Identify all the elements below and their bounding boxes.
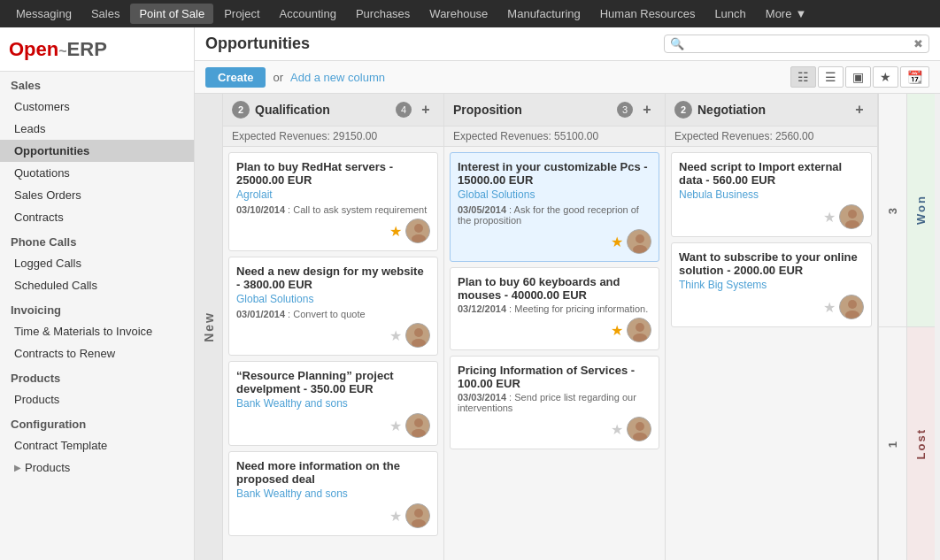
search-input[interactable] bbox=[688, 37, 910, 50]
sidebar-item-quotations[interactable]: Quotations bbox=[0, 162, 194, 184]
add-column-link[interactable]: Add a new column bbox=[290, 71, 385, 84]
card-redhat-servers[interactable]: Plan to buy RedHat servers - 25000.00 EU… bbox=[228, 152, 438, 251]
svg-point-16 bbox=[848, 300, 857, 309]
svg-point-4 bbox=[414, 418, 423, 427]
card-pricing-info[interactable]: Pricing Information of Services - 100.00… bbox=[450, 356, 659, 449]
content-area: Opportunities 🔍 ✖ Create or Add a new co… bbox=[195, 27, 940, 560]
nav-lunch[interactable]: Lunch bbox=[705, 4, 754, 24]
sidebar-item-contracts-renew[interactable]: Contracts to Renew bbox=[0, 342, 194, 364]
col-badge-won-count: 3 bbox=[886, 206, 899, 214]
lost-label-top: 1 bbox=[878, 327, 906, 561]
svg-point-15 bbox=[845, 220, 859, 229]
star-icon[interactable]: ★ bbox=[823, 299, 836, 316]
sidebar-section-sales: Sales bbox=[0, 72, 194, 96]
col-add-proposition[interactable]: + bbox=[638, 101, 656, 119]
sidebar-item-leads[interactable]: Leads bbox=[0, 118, 194, 140]
toolbar: Create or Add a new column ☷ ☰ ▣ ★ 📆 bbox=[195, 61, 940, 94]
nav-warehouse[interactable]: Warehouse bbox=[420, 4, 497, 24]
sidebar-section-invoicing: Invoicing bbox=[0, 296, 194, 320]
sidebar-item-products[interactable]: Products bbox=[0, 388, 194, 410]
page-title: Opportunities bbox=[205, 35, 655, 53]
card-design-website[interactable]: Need a new design for my website - 3800.… bbox=[228, 257, 438, 356]
nav-more[interactable]: More ▼ bbox=[757, 4, 816, 24]
create-button[interactable]: Create bbox=[205, 67, 266, 88]
col-revenue-negotiation: Expected Revenues: 2560.00 bbox=[666, 127, 877, 147]
svg-point-17 bbox=[845, 311, 859, 319]
sidebar-item-contract-template[interactable]: Contract Template bbox=[0, 434, 194, 456]
svg-point-10 bbox=[636, 323, 644, 332]
col-revenue-proposition: Expected Revenues: 55100.00 bbox=[444, 127, 665, 147]
sidebar-item-time-materials[interactable]: Time & Materials to Invoice bbox=[0, 320, 194, 342]
star-icon[interactable]: ★ bbox=[611, 234, 623, 250]
card-title: Need script to Import external data - 56… bbox=[679, 160, 864, 187]
card-footer: ★ bbox=[236, 413, 430, 438]
col-badge-right-qualification: 4 bbox=[396, 102, 412, 118]
card-import-external-data[interactable]: Need script to Import external data - 56… bbox=[671, 152, 872, 237]
kanban-board: New 2 Qualification 4 + Expected Revenue… bbox=[195, 94, 940, 560]
kanban-cards-proposition: Interest in your customizable Pcs - 1500… bbox=[444, 147, 665, 560]
col-add-negotiation[interactable]: + bbox=[851, 101, 868, 119]
sidebar-item-logged-calls[interactable]: Logged Calls bbox=[0, 252, 194, 274]
nav-accounting[interactable]: Accounting bbox=[271, 4, 345, 24]
card-customizable-pcs[interactable]: Interest in your customizable Pcs - 1500… bbox=[450, 152, 659, 262]
card-date-note: 03/03/2014 : Send price list regarding o… bbox=[458, 392, 651, 413]
avatar bbox=[627, 229, 651, 254]
sidebar-item-config-products[interactable]: ▶ Products bbox=[0, 456, 194, 479]
nav-messaging[interactable]: Messaging bbox=[7, 4, 81, 24]
svg-point-13 bbox=[633, 433, 647, 441]
sidebar-item-contracts[interactable]: Contracts bbox=[0, 206, 194, 228]
star-icon[interactable]: ★ bbox=[389, 223, 402, 240]
content-header: Opportunities 🔍 ✖ bbox=[195, 27, 940, 61]
logo-open: Open bbox=[9, 38, 58, 60]
view-calendar-btn[interactable]: ★ bbox=[873, 66, 898, 88]
won-lost-text-labels: Won Lost bbox=[906, 94, 935, 560]
view-form-btn[interactable]: ▣ bbox=[845, 66, 871, 88]
search-box: 🔍 ✖ bbox=[664, 35, 929, 53]
card-resource-planning[interactable]: “Resource Planning” project develpment -… bbox=[228, 361, 438, 446]
star-icon[interactable]: ★ bbox=[389, 327, 402, 344]
lost-text-label: Lost bbox=[906, 327, 935, 561]
star-icon[interactable]: ★ bbox=[823, 209, 836, 226]
sidebar-item-customers[interactable]: Customers bbox=[0, 96, 194, 118]
main-layout: Open~ERP Sales Customers Leads Opportuni… bbox=[0, 27, 940, 560]
view-kanban-btn[interactable]: ☷ bbox=[790, 66, 816, 88]
view-graph-btn[interactable]: 📆 bbox=[900, 66, 929, 88]
col-add-qualification[interactable]: + bbox=[417, 101, 435, 119]
search-clear-icon[interactable]: ✖ bbox=[913, 37, 923, 50]
card-footer: ★ bbox=[458, 417, 651, 441]
col-badge-left-negotiation: 2 bbox=[674, 101, 692, 119]
view-list-btn[interactable]: ☰ bbox=[818, 66, 844, 88]
card-keyboards-mouses[interactable]: Plan to buy 60 keyboards and mouses - 40… bbox=[450, 267, 659, 350]
card-footer: ★ bbox=[236, 219, 430, 243]
star-icon[interactable]: ★ bbox=[611, 421, 623, 438]
sidebar-item-opportunities[interactable]: Opportunities bbox=[0, 140, 194, 162]
card-online-solution[interactable]: Want to subscribe to your online solutio… bbox=[671, 242, 872, 327]
card-footer: ★ bbox=[458, 229, 651, 254]
avatar bbox=[405, 323, 430, 348]
sidebar-item-sales-orders[interactable]: Sales Orders bbox=[0, 184, 194, 206]
svg-point-8 bbox=[636, 234, 644, 243]
col-header-negotiation: 2 Negotiation + bbox=[666, 94, 877, 127]
col-badge-left-qualification: 2 bbox=[232, 101, 250, 119]
card-footer: ★ bbox=[236, 323, 430, 348]
nav-pos[interactable]: Point of Sale bbox=[130, 4, 213, 24]
svg-point-0 bbox=[414, 224, 423, 233]
top-navigation: Messaging Sales Point of Sale Project Ac… bbox=[0, 0, 940, 27]
kanban-cards-negotiation: Need script to Import external data - 56… bbox=[666, 147, 877, 560]
nav-project[interactable]: Project bbox=[215, 4, 268, 24]
nav-purchases[interactable]: Purchases bbox=[347, 4, 419, 24]
nav-manufacturing[interactable]: Manufacturing bbox=[498, 4, 589, 24]
nav-sales[interactable]: Sales bbox=[82, 4, 129, 24]
avatar bbox=[405, 413, 430, 438]
card-company: Agrolait bbox=[236, 188, 430, 201]
avatar bbox=[627, 417, 651, 441]
sidebar-section-phone-calls: Phone Calls bbox=[0, 228, 194, 252]
nav-hr[interactable]: Human Resources bbox=[591, 4, 705, 24]
star-icon[interactable]: ★ bbox=[611, 322, 623, 339]
svg-point-1 bbox=[412, 234, 426, 243]
card-need-more-info[interactable]: Need more information on the proposed de… bbox=[228, 451, 438, 536]
kanban-cards-qualification: Plan to buy RedHat servers - 25000.00 EU… bbox=[223, 147, 443, 560]
sidebar-item-scheduled-calls[interactable]: Scheduled Calls bbox=[0, 274, 194, 296]
star-icon[interactable]: ★ bbox=[389, 508, 402, 525]
star-icon[interactable]: ★ bbox=[389, 418, 402, 434]
